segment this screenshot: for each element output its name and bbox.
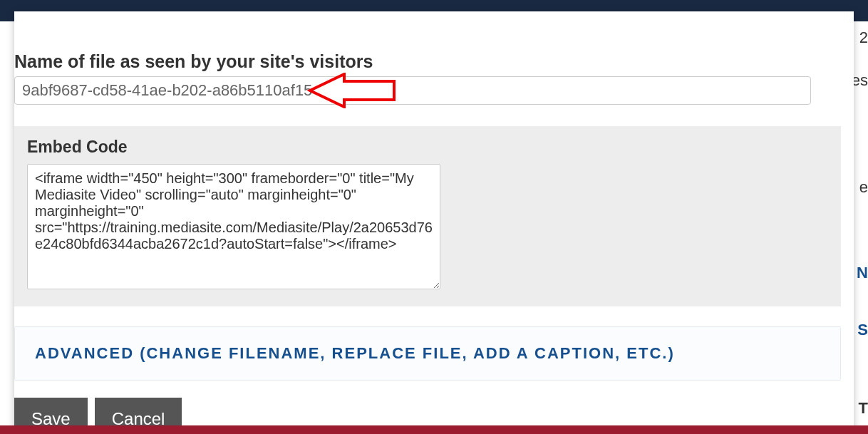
bg-partial-1: 2 — [859, 29, 868, 47]
filename-label: Name of file as seen by your site's visi… — [14, 23, 854, 76]
bg-partial-3: e — [859, 178, 868, 197]
file-dialog-modal: Name of file as seen by your site's visi… — [14, 11, 854, 434]
embed-code-textarea[interactable] — [27, 164, 440, 289]
advanced-section[interactable]: ADVANCED (CHANGE FILENAME, REPLACE FILE,… — [14, 326, 841, 381]
embed-code-label: Embed Code — [27, 138, 828, 157]
embed-code-section: Embed Code — [14, 126, 841, 306]
bg-partial-2: es — [852, 71, 868, 90]
bg-partial-5: S — [857, 321, 868, 339]
filename-input[interactable] — [14, 76, 811, 105]
footer-red-bar — [0, 425, 868, 434]
advanced-toggle-link[interactable]: ADVANCED (CHANGE FILENAME, REPLACE FILE,… — [35, 344, 675, 362]
bg-partial-4: N — [857, 264, 868, 282]
bg-partial-6: T — [859, 399, 868, 418]
